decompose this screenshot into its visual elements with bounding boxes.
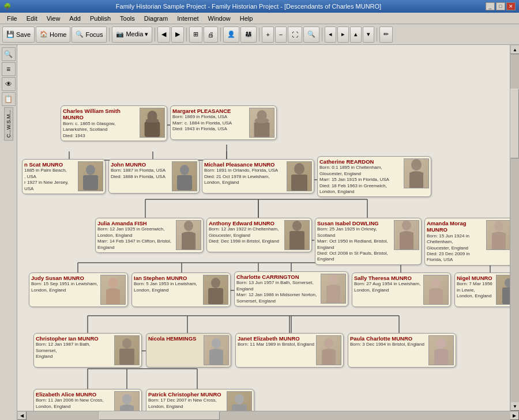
person-ian-photo xyxy=(203,275,228,305)
title-bar: 🌳 Family Historian Sample Project - Fami… xyxy=(0,0,519,13)
charles-silhouette xyxy=(140,108,164,138)
menu-window[interactable]: Window xyxy=(204,14,235,23)
person-michael-details: Born: 1891 in Orlando, Florida, USADied:… xyxy=(204,168,285,186)
close-button[interactable]: ✕ xyxy=(506,2,516,10)
search-tool[interactable]: 🔍 xyxy=(2,47,16,61)
vertical-scrollbar[interactable]: ▲ ▼ xyxy=(510,45,519,411)
edit-button[interactable]: ✏ xyxy=(379,27,393,43)
zoom-in-button[interactable]: + xyxy=(262,27,273,43)
pan-right-button[interactable]: ▸ xyxy=(337,27,349,43)
person-julia-details: Born: 12 Jan 1925 in Greenwich,London, E… xyxy=(97,226,174,251)
person-susan[interactable]: Susan Isabel DOWLING Born: 25 Jan 1925 i… xyxy=(315,218,422,265)
svg-point-34 xyxy=(146,118,159,123)
person-nigel[interactable]: Nigel MUNRO Born: 7 Mar 1956 in Lewie,Lo… xyxy=(454,273,510,307)
media-button[interactable]: 📷 Media ▾ xyxy=(112,27,152,43)
person-patrick[interactable]: Patrick Christopher MUNRO Born: 17 Dec 2… xyxy=(146,389,254,411)
person-sally[interactable]: Sally Theresa MUNRO Born: 27 Aug 1954 in… xyxy=(352,273,451,307)
scroll-right-arrow[interactable]: ▶ xyxy=(510,411,519,420)
person-scat-name: n Scat MUNRO xyxy=(24,161,76,168)
svg-rect-55 xyxy=(502,287,510,304)
scroll-left-arrow[interactable]: ◀ xyxy=(17,411,27,420)
tool3[interactable]: 👁 xyxy=(2,77,16,91)
charlotte-silhouette xyxy=(322,274,345,304)
maximize-button[interactable]: □ xyxy=(496,2,505,10)
svg-point-50 xyxy=(211,278,220,288)
menu-file[interactable]: File xyxy=(2,14,22,23)
person-michael[interactable]: Michael Pleasance MUNRO Born: 1891 in Or… xyxy=(202,159,314,194)
scroll-down-arrow[interactable]: ▼ xyxy=(510,402,519,411)
pan-down-button[interactable]: ▾ xyxy=(363,27,374,43)
amanda-silhouette xyxy=(487,220,510,250)
horizontal-scrollbar[interactable]: ◀ ▶ xyxy=(17,411,519,420)
person-nigel-info: Nigel MUNRO Born: 7 Mar 1956 in Lewie,Lo… xyxy=(457,275,494,305)
menu-edit[interactable]: Edit xyxy=(22,14,42,23)
svg-point-36 xyxy=(255,118,269,123)
fullscreen-button[interactable]: ⛶ xyxy=(288,27,302,43)
person-ian[interactable]: Ian Stephen MUNRO Born: 5 Jan 1953 in Le… xyxy=(131,273,231,307)
scroll-up-arrow[interactable]: ▲ xyxy=(510,45,519,54)
menu-add[interactable]: Add xyxy=(65,14,85,23)
julia-silhouette xyxy=(177,220,200,250)
person-add-button[interactable]: 👤 xyxy=(223,27,239,43)
print-button[interactable]: 🖨 xyxy=(204,27,218,43)
focus-button[interactable]: 🔍 Focus xyxy=(72,27,107,43)
nav-right-button[interactable]: ▶ xyxy=(171,27,184,43)
person-scat[interactable]: n Scat MUNRO 1885 in Palm Beach,, USAr 1… xyxy=(22,159,106,194)
person-paula[interactable]: Paula Charlotte MUNRO Born: 3 Dec 1994 i… xyxy=(348,333,456,368)
pan-up-button[interactable]: ▴ xyxy=(350,27,362,43)
person-charlotte[interactable]: Charlotte CARRINGTON Born: 13 Jun 1957 i… xyxy=(234,271,348,307)
person-julia[interactable]: Julia Amanda FISH Born: 12 Jan 1925 in G… xyxy=(95,218,204,253)
save-button[interactable]: 💾 Save xyxy=(2,27,35,43)
person-judy[interactable]: Judy Susan MUNRO Born: 15 Sep 1951 in Le… xyxy=(29,273,128,307)
tree-canvas-area[interactable]: Charles William Smith MUNRO Born: c. 186… xyxy=(17,45,510,411)
scroll-thumb-horizontal[interactable] xyxy=(99,411,220,420)
menu-publish[interactable]: Publish xyxy=(85,14,115,23)
svg-point-54 xyxy=(505,278,510,287)
person-john[interactable]: John MUNRO Born: 1887 in Florida, USADie… xyxy=(108,159,200,194)
person-scat-photo xyxy=(78,161,103,191)
tool4[interactable]: 📋 xyxy=(2,92,16,106)
scroll-track-horizontal[interactable] xyxy=(27,411,510,420)
person-elizabeth[interactable]: Elizabeth Alice MUNRO Born: 11 Jan 2006 … xyxy=(33,389,142,411)
menu-help[interactable]: Help xyxy=(235,14,258,23)
person-charles-details: Born: c. 1865 in Glasgow,Lanarkshire, Sc… xyxy=(63,121,138,139)
person-patrick-info: Patrick Christopher MUNRO Born: 17 Dec 2… xyxy=(148,391,225,411)
zoom-fit-button[interactable]: ⊞ xyxy=(189,27,202,43)
zoom-percent-button[interactable]: 🔍 xyxy=(303,27,319,43)
person-john-name: John MUNRO xyxy=(111,161,170,168)
person-anthony[interactable]: Anthony Edward MUNRO Born: 12 Jan 1922 i… xyxy=(206,218,312,252)
susan-silhouette xyxy=(395,220,418,250)
scroll-thumb-vertical[interactable] xyxy=(510,89,519,158)
home-button[interactable]: 🏠 Home xyxy=(36,27,70,43)
scroll-track-vertical[interactable] xyxy=(510,54,519,402)
pan-left-button[interactable]: ◂ xyxy=(325,27,336,43)
family-add-button[interactable]: 👨‍👩‍👧 xyxy=(240,27,257,43)
nav-left-button[interactable]: ◀ xyxy=(157,27,170,43)
svg-rect-63 xyxy=(232,404,247,411)
person-margaret-info: Margaret PLEASANCE Born: 1869 in Florida… xyxy=(172,108,247,138)
margaret-silhouette xyxy=(250,108,274,138)
svg-point-58 xyxy=(212,338,221,349)
person-sally-name: Sally Theresa MUNRO xyxy=(354,275,422,281)
person-nicola[interactable]: Nicola HEMMINGS xyxy=(146,333,231,368)
menu-view[interactable]: View xyxy=(42,14,65,23)
svg-rect-40 xyxy=(177,175,192,190)
menu-diagram[interactable]: Diagram xyxy=(140,14,173,23)
tool2[interactable]: ≡ xyxy=(2,62,16,76)
person-ian-name: Ian Stephen MUNRO xyxy=(134,275,201,281)
person-catherine[interactable]: Catherine REARDON Born: 0:1 1895 in Chel… xyxy=(317,156,431,197)
person-catherine-photo xyxy=(404,158,429,188)
person-charles-name: Charles William Smith MUNRO xyxy=(63,108,138,121)
menu-tools[interactable]: Tools xyxy=(115,14,140,23)
menu-internet[interactable]: Internet xyxy=(172,14,203,23)
person-amanda[interactable]: Amanda Morag MUNRO Born: 15 Jun 1924 in … xyxy=(424,218,510,266)
person-margaret[interactable]: Margaret PLEASANCE Born: 1869 in Florida… xyxy=(170,105,277,140)
sidebar-label[interactable]: C...W.S.M... xyxy=(4,107,13,141)
zoom-out-button[interactable]: − xyxy=(275,27,287,43)
person-janet[interactable]: Janet Elizabeth MUNRO Born: 11 Mar 1989 … xyxy=(235,333,344,368)
person-sally-photo xyxy=(423,275,449,305)
person-charles[interactable]: Charles William Smith MUNRO Born: c. 186… xyxy=(61,105,167,141)
svg-point-59 xyxy=(324,338,333,349)
minimize-button[interactable]: _ xyxy=(486,2,495,10)
person-christopher[interactable]: Christopher Ian MUNRO Born: 12 Jan 1987 … xyxy=(33,333,142,368)
